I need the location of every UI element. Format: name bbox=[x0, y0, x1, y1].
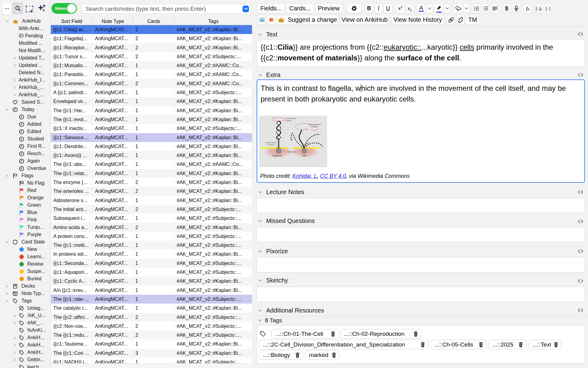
svg-text:passive part: passive part bbox=[266, 142, 275, 144]
svg-text:in motion: in motion bbox=[267, 144, 274, 146]
svg-text:propeller like: propeller like bbox=[286, 117, 297, 119]
svg-text:3: 3 bbox=[483, 9, 484, 11]
svg-text:beating: beating bbox=[311, 125, 317, 128]
svg-text:basal body: basal body bbox=[288, 151, 297, 153]
svg-text:Cilia: Cilia bbox=[302, 154, 307, 157]
svg-text:back and forth: back and forth bbox=[309, 123, 321, 125]
svg-text:motion: motion bbox=[286, 119, 292, 121]
svg-text:Flagellum: Flagellum bbox=[272, 154, 283, 157]
